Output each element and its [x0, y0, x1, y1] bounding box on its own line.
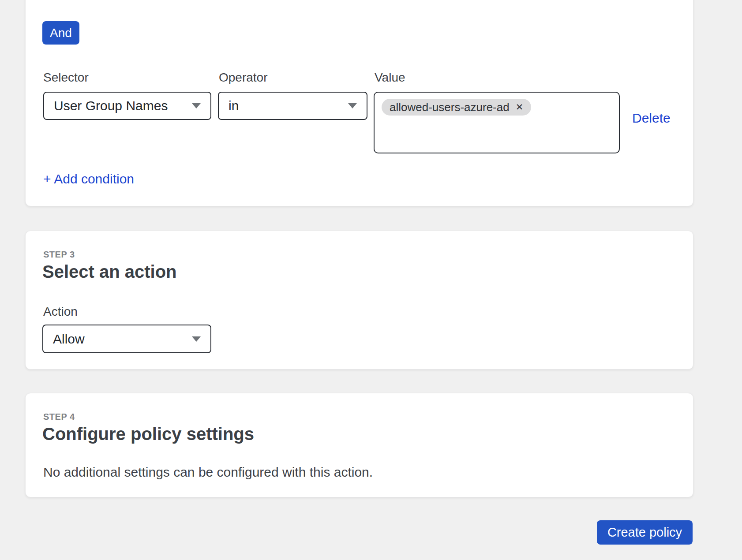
action-label: Action [43, 304, 78, 319]
value-tag-label: allowed-users-azure-ad [390, 101, 510, 114]
step3-title: Select an action [42, 262, 177, 282]
operator-value: in [229, 98, 239, 113]
delete-condition-link[interactable]: Delete [632, 111, 671, 126]
action-dropdown[interactable]: Allow [42, 325, 211, 353]
conditions-card: And Selector User Group Names Operator i… [25, 0, 693, 206]
chevron-down-icon [192, 336, 201, 342]
value-tag: allowed-users-azure-ad ✕ [382, 99, 531, 116]
value-multiselect-input[interactable]: allowed-users-azure-ad ✕ [374, 92, 620, 153]
chevron-down-icon [192, 103, 201, 108]
create-policy-button[interactable]: Create policy [597, 520, 693, 545]
selector-value: User Group Names [54, 98, 168, 113]
step4-description: No additional settings can be configured… [43, 465, 373, 480]
selector-label: Selector [43, 70, 89, 85]
and-operator-button[interactable]: And [42, 21, 79, 45]
step3-step-label: STEP 3 [43, 250, 75, 260]
chevron-down-icon [348, 103, 357, 108]
step3-card: STEP 3 Select an action Action Allow [25, 231, 693, 370]
policy-builder-page: And Selector User Group Names Operator i… [0, 0, 742, 560]
operator-label: Operator [219, 70, 268, 85]
value-label: Value [375, 70, 405, 85]
selector-dropdown[interactable]: User Group Names [43, 92, 211, 120]
remove-tag-icon[interactable]: ✕ [516, 103, 524, 112]
step4-title: Configure policy settings [42, 424, 254, 444]
step4-step-label: STEP 4 [43, 412, 75, 422]
step4-card: STEP 4 Configure policy settings No addi… [25, 393, 693, 497]
add-condition-link[interactable]: + Add condition [43, 172, 134, 187]
operator-dropdown[interactable]: in [218, 92, 367, 120]
action-value: Allow [53, 332, 85, 347]
